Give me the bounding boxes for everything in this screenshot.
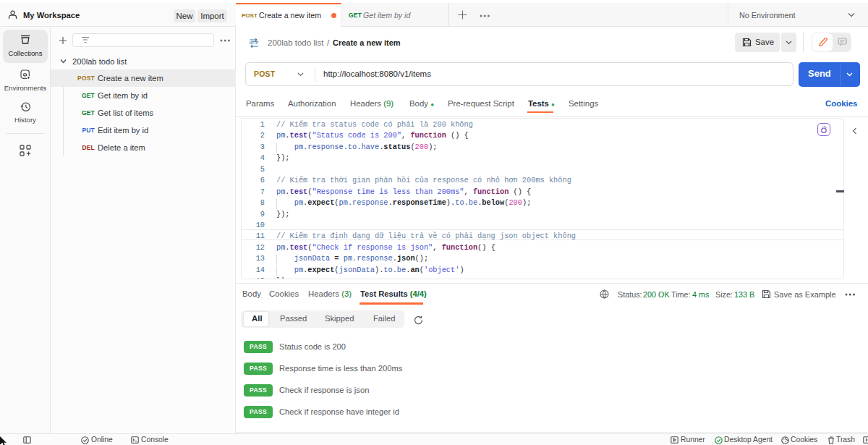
svg-text:HTTP: HTTP (250, 41, 258, 45)
